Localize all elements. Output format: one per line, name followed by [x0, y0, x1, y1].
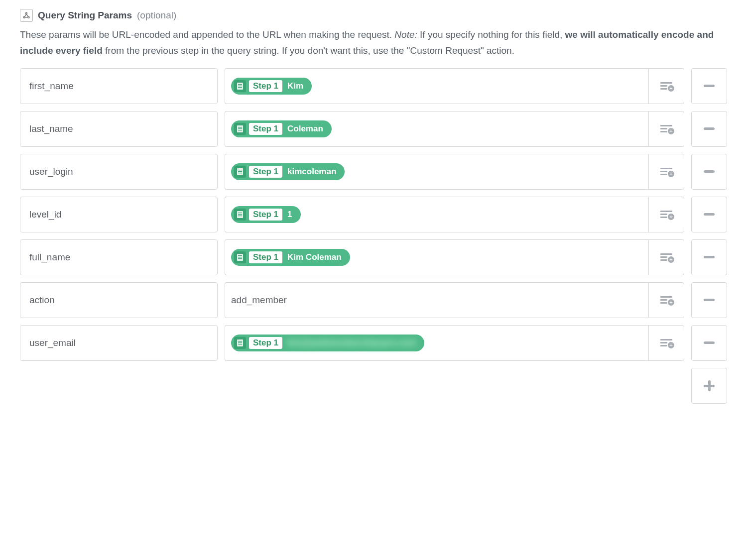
pill-step-label: Step 1 [249, 209, 282, 221]
plus-icon [704, 380, 715, 391]
step-data-pill[interactable]: Step 1 1 [231, 206, 301, 223]
pill-value: Coleman [282, 124, 330, 134]
desc-note-label: Note: [394, 29, 417, 40]
minus-icon [704, 213, 715, 216]
svg-rect-16 [238, 213, 242, 213]
svg-rect-21 [238, 257, 242, 257]
pill-value: Kim [282, 81, 310, 91]
insert-data-button[interactable]: + [648, 325, 684, 361]
webhook-icon [20, 9, 33, 22]
minus-icon [704, 299, 715, 301]
section-description: These params will be URL-encoded and app… [20, 27, 727, 59]
pill-value: kim@paidmembershipspro.com [282, 338, 423, 348]
param-key-input[interactable]: last_name [20, 111, 218, 147]
insert-data-icon: + [660, 125, 672, 132]
sheets-icon [234, 337, 246, 349]
add-row-container [20, 368, 727, 404]
params-list: first_name Step 1 Kim + [20, 68, 727, 361]
param-row: action add_member + [20, 282, 727, 318]
minus-icon [704, 127, 715, 130]
param-row: first_name Step 1 Kim + [20, 68, 727, 104]
insert-data-icon: + [660, 168, 672, 175]
param-value-input[interactable]: Step 1 Kim [225, 68, 648, 104]
sheets-icon [234, 123, 246, 135]
param-value-group: Step 1 Kim Coleman + [225, 239, 684, 275]
insert-data-icon: + [660, 339, 672, 346]
remove-row-button[interactable] [691, 282, 727, 318]
param-row: full_name Step 1 Kim Coleman + [20, 239, 727, 275]
param-key-input[interactable]: first_name [20, 68, 218, 104]
param-key-input[interactable]: user_email [20, 325, 218, 361]
sheets-icon [234, 209, 246, 221]
remove-row-button[interactable] [691, 325, 727, 361]
remove-row-button[interactable] [691, 154, 727, 190]
param-row: last_name Step 1 Coleman + [20, 111, 727, 147]
param-value-group: Step 1 kimcoleman + [225, 154, 684, 190]
step-data-pill[interactable]: Step 1 Kim [231, 78, 312, 95]
desc-part-2: If you specify nothing for this field, [417, 29, 565, 40]
insert-data-icon: + [660, 296, 672, 304]
sheets-icon [234, 251, 246, 263]
svg-rect-4 [238, 84, 242, 85]
remove-row-button[interactable] [691, 111, 727, 147]
pill-step-label: Step 1 [249, 166, 282, 178]
insert-data-button[interactable]: + [648, 68, 684, 104]
param-value-input[interactable]: Step 1 kimcoleman [225, 154, 648, 190]
svg-rect-13 [238, 171, 242, 172]
optional-label: (optional) [137, 10, 176, 21]
svg-rect-12 [238, 170, 242, 170]
svg-rect-18 [238, 216, 242, 216]
desc-part-3: from the previous step in the query stri… [103, 45, 514, 56]
param-value-group: Step 1 Kim + [225, 68, 684, 104]
param-key-input[interactable]: user_login [20, 154, 218, 190]
insert-data-icon: + [660, 253, 672, 261]
param-value-group: Step 1 Coleman + [225, 111, 684, 147]
svg-rect-6 [238, 87, 242, 88]
step-data-pill[interactable]: Step 1 kim@paidmembershipspro.com [231, 335, 424, 351]
svg-point-2 [26, 12, 27, 14]
add-row-button[interactable] [691, 368, 727, 404]
sheets-icon [234, 166, 246, 178]
param-value-input[interactable]: Step 1 Coleman [225, 111, 648, 147]
insert-data-button[interactable]: + [648, 197, 684, 232]
param-value-input[interactable]: add_member [225, 282, 648, 318]
param-row: user_email Step 1 kim@paidmembershipspro… [20, 325, 727, 361]
param-value-group: Step 1 1 + [225, 197, 684, 232]
remove-row-button[interactable] [691, 197, 727, 232]
svg-rect-9 [238, 128, 242, 129]
minus-icon [704, 170, 715, 173]
remove-row-button[interactable] [691, 239, 727, 275]
param-value-group: add_member + [225, 282, 684, 318]
pill-step-label: Step 1 [249, 337, 282, 349]
param-value-input[interactable]: Step 1 1 [225, 197, 648, 232]
step-data-pill[interactable]: Step 1 Kim Coleman [231, 249, 350, 266]
param-value-input[interactable]: Step 1 kim@paidmembershipspro.com [225, 325, 648, 361]
pill-value: 1 [282, 210, 299, 220]
svg-rect-8 [238, 127, 242, 127]
svg-rect-20 [238, 255, 242, 256]
section-title: Query String Params [38, 10, 132, 21]
section-header: Query String Params (optional) [20, 9, 727, 22]
param-row: user_login Step 1 kimcoleman + [20, 154, 727, 190]
insert-data-button[interactable]: + [648, 111, 684, 147]
svg-rect-25 [238, 342, 242, 343]
sheets-icon [234, 80, 246, 92]
insert-data-button[interactable]: + [648, 282, 684, 318]
param-key-input[interactable]: action [20, 282, 218, 318]
svg-rect-5 [238, 86, 242, 86]
pill-value: kimcoleman [282, 167, 343, 177]
remove-row-button[interactable] [691, 68, 727, 104]
minus-icon [704, 85, 715, 87]
pill-step-label: Step 1 [249, 80, 282, 92]
insert-data-icon: + [660, 82, 672, 90]
param-row: level_id Step 1 1 + [20, 197, 727, 232]
svg-rect-17 [238, 214, 242, 215]
param-key-input[interactable]: level_id [20, 197, 218, 232]
param-value-input[interactable]: Step 1 Kim Coleman [225, 239, 648, 275]
insert-data-button[interactable]: + [648, 239, 684, 275]
step-data-pill[interactable]: Step 1 kimcoleman [231, 163, 345, 180]
param-key-input[interactable]: full_name [20, 239, 218, 275]
insert-data-button[interactable]: + [648, 154, 684, 190]
step-data-pill[interactable]: Step 1 Coleman [231, 120, 332, 137]
svg-rect-10 [238, 130, 242, 130]
